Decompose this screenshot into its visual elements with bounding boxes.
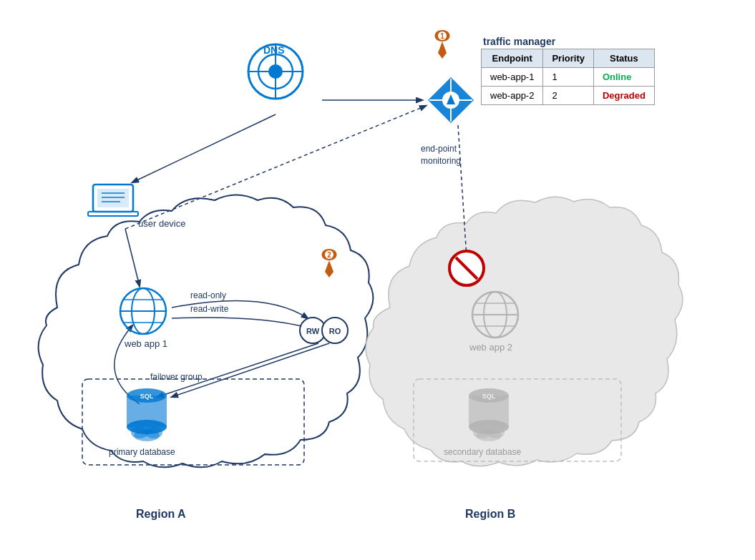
svg-point-49 [473,427,490,438]
svg-point-32 [472,292,518,338]
read-write-label: read-write [190,304,228,314]
svg-point-42 [131,427,148,438]
svg-line-4 [125,106,426,229]
web-app-1-label: web app 1 [125,338,167,349]
svg-line-2 [125,229,140,286]
svg-point-46 [469,420,509,434]
svg-rect-38 [127,396,167,427]
endpoint-1: web-app-1 [482,68,543,87]
svg-rect-22 [97,189,129,207]
svg-point-39 [127,420,167,434]
svg-point-48 [476,430,502,441]
svg-point-43 [145,427,162,438]
svg-point-10 [258,54,293,89]
svg-point-55 [449,251,484,285]
svg-point-57 [438,31,447,40]
svg-line-8 [132,114,276,182]
svg-point-59 [325,250,333,259]
svg-marker-14 [428,77,474,123]
svg-point-51 [300,318,326,343]
table-row: web-app-2 2 Degraded [482,87,655,105]
table-header-status: Status [593,49,654,68]
priority-1: 1 [543,68,594,87]
region-b-label: Region B [465,508,515,521]
svg-marker-16 [447,94,455,104]
svg-point-37 [127,388,167,403]
svg-text:2: 2 [327,251,331,259]
failover-group-label: failover group [150,372,203,382]
traffic-manager-title: traffic manager [483,36,555,47]
region-a-label: Region A [136,508,186,521]
table-header-priority: Priority [543,49,594,68]
secondary-database-label: secondary database [444,447,521,457]
table-header-endpoint: Endpoint [482,49,543,68]
svg-point-41 [134,430,160,441]
svg-text:RO: RO [329,327,341,335]
svg-rect-26 [88,212,138,216]
primary-database-label: primary database [109,447,175,457]
svg-line-6 [157,343,318,397]
svg-line-7 [172,343,329,397]
svg-point-50 [487,427,505,438]
table-row: web-app-1 1 Online [482,68,655,87]
read-only-label: read-only [190,290,226,300]
svg-rect-21 [93,185,133,212]
svg-point-53 [322,318,348,343]
svg-rect-45 [469,396,509,427]
dns-label: DNS [263,44,285,56]
user-device-label: user device [138,218,185,229]
web-app-2-label: web app 2 [469,342,512,353]
svg-text:SQL: SQL [140,393,154,400]
svg-point-33 [484,292,507,338]
svg-point-11 [268,64,283,79]
svg-text:SQL: SQL [482,393,496,400]
svg-point-27 [120,288,166,334]
svg-point-15 [442,92,459,109]
endpoint-monitoring-label: end-pointmonitoring [421,143,461,167]
diagram: SQL SQL RW RO [0,0,755,560]
svg-line-56 [456,257,477,279]
status-2: Degraded [593,87,654,105]
svg-text:RW: RW [306,327,320,335]
svg-text:1: 1 [440,32,444,40]
svg-point-28 [132,288,155,334]
priority-2: 2 [543,87,594,105]
svg-point-44 [469,388,509,403]
status-1: Online [593,68,654,87]
traffic-manager-table: Endpoint Priority Status web-app-1 1 Onl… [481,49,655,105]
endpoint-2: web-app-2 [482,87,543,105]
